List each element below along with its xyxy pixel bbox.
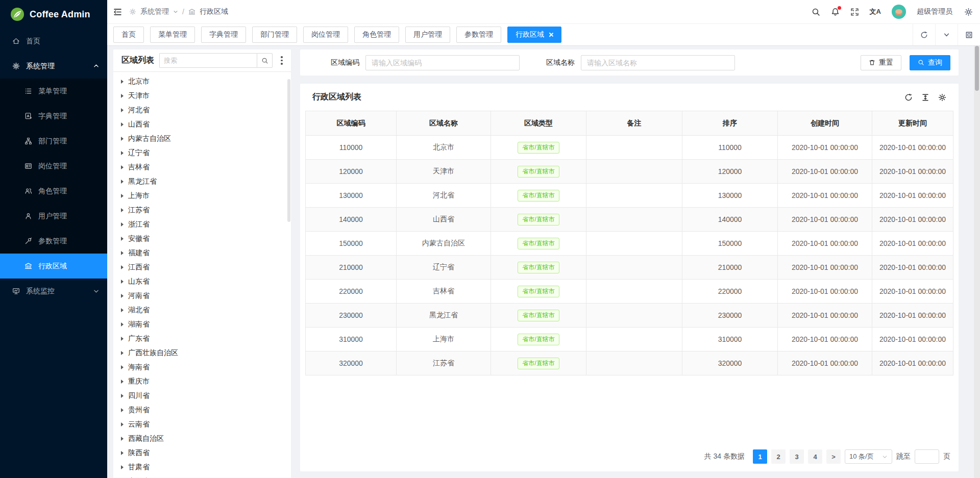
- tab[interactable]: 首页: [113, 27, 144, 43]
- page-button[interactable]: 2: [771, 449, 786, 464]
- tree-item[interactable]: 福建省: [113, 246, 291, 260]
- tab[interactable]: 部门管理: [252, 27, 297, 43]
- table-row[interactable]: 210000 辽宁省 省市/直辖市 210000 2020-10-01 00:0…: [306, 256, 953, 280]
- tree-item[interactable]: 河北省: [113, 103, 291, 117]
- tree-item[interactable]: 重庆市: [113, 374, 291, 389]
- sidebar-item-user-mgmt[interactable]: 用户管理: [0, 204, 107, 229]
- tree-item[interactable]: 北京市: [113, 74, 291, 89]
- caret-right-icon[interactable]: [121, 94, 124, 98]
- caret-right-icon[interactable]: [121, 408, 124, 412]
- caret-right-icon[interactable]: [121, 465, 124, 469]
- tree-item[interactable]: 甘肃省: [113, 460, 291, 474]
- caret-right-icon[interactable]: [121, 265, 124, 269]
- kebab-menu-icon[interactable]: [278, 55, 286, 66]
- caret-right-icon[interactable]: [121, 237, 124, 241]
- tree-item[interactable]: 江西省: [113, 260, 291, 274]
- sidebar-item-region[interactable]: 行政区域: [0, 254, 107, 279]
- menu-fold-icon[interactable]: [113, 8, 122, 16]
- tab[interactable]: 菜单管理: [150, 27, 195, 43]
- caret-right-icon[interactable]: [121, 394, 124, 398]
- refresh-icon[interactable]: [904, 93, 913, 102]
- page-size-select[interactable]: 10 条/页: [845, 449, 892, 464]
- tree-item[interactable]: 江苏省: [113, 203, 291, 217]
- table-row[interactable]: 230000 黑龙江省 省市/直辖市 230000 2020-10-01 00:…: [306, 304, 953, 328]
- tree-item[interactable]: 西藏自治区: [113, 432, 291, 446]
- search-button[interactable]: 查询: [910, 55, 950, 70]
- search-icon[interactable]: [812, 8, 820, 16]
- tree-item[interactable]: 湖南省: [113, 317, 291, 332]
- scrollbar-thumb[interactable]: [975, 46, 979, 91]
- tab[interactable]: 行政区域: [507, 27, 561, 43]
- sidebar-item-system[interactable]: 系统管理: [0, 54, 107, 79]
- avatar[interactable]: [892, 5, 906, 19]
- sidebar-item-menu-mgmt[interactable]: 菜单管理: [0, 79, 107, 104]
- tab[interactable]: 角色管理: [354, 27, 399, 43]
- caret-right-icon[interactable]: [121, 194, 124, 198]
- caret-right-icon[interactable]: [121, 280, 124, 284]
- caret-right-icon[interactable]: [121, 165, 124, 169]
- caret-right-icon[interactable]: [121, 451, 124, 455]
- maximize-icon[interactable]: [958, 24, 980, 45]
- tree-item[interactable]: 广东省: [113, 332, 291, 346]
- tree-item[interactable]: 四川省: [113, 389, 291, 403]
- tree-scrollbar[interactable]: [287, 79, 290, 222]
- tree-item[interactable]: 广西壮族自治区: [113, 346, 291, 360]
- caret-right-icon[interactable]: [121, 337, 124, 341]
- tab[interactable]: 用户管理: [405, 27, 450, 43]
- settings-gear-icon[interactable]: [964, 8, 973, 16]
- breadcrumb-parent[interactable]: 系统管理: [140, 7, 169, 16]
- reset-button[interactable]: 重置: [861, 55, 901, 70]
- caret-right-icon[interactable]: [121, 251, 124, 255]
- tree-search-button[interactable]: [257, 53, 273, 68]
- username[interactable]: 超级管理员: [917, 7, 952, 16]
- tab[interactable]: 岗位管理: [303, 27, 348, 43]
- caret-right-icon[interactable]: [121, 137, 124, 141]
- sidebar-item-param-mgmt[interactable]: 参数管理: [0, 229, 107, 254]
- tree-item[interactable]: 浙江省: [113, 217, 291, 232]
- gear-icon[interactable]: [938, 93, 946, 102]
- tree-item[interactable]: 辽宁省: [113, 146, 291, 160]
- tab-close-icon[interactable]: [548, 32, 553, 37]
- caret-right-icon[interactable]: [121, 365, 124, 369]
- caret-right-icon[interactable]: [121, 122, 124, 127]
- table-row[interactable]: 120000 天津市 省市/直辖市 120000 2020-10-01 00:0…: [306, 160, 953, 184]
- jump-input[interactable]: [915, 449, 939, 464]
- tree-item[interactable]: 河南省: [113, 289, 291, 303]
- tree-item[interactable]: 山西省: [113, 117, 291, 132]
- refresh-icon[interactable]: [913, 24, 935, 45]
- tree-item[interactable]: 黑龙江省: [113, 174, 291, 189]
- sidebar-item-home[interactable]: 首页: [0, 29, 107, 54]
- table-row[interactable]: 150000 内蒙古自治区 省市/直辖市 150000 2020-10-01 0…: [306, 232, 953, 256]
- caret-right-icon[interactable]: [121, 380, 124, 384]
- table-row[interactable]: 130000 河北省 省市/直辖市 130000 2020-10-01 00:0…: [306, 184, 953, 208]
- tree-item[interactable]: 内蒙古自治区: [113, 132, 291, 146]
- tree-item[interactable]: 吉林省: [113, 160, 291, 174]
- sidebar-item-post-mgmt[interactable]: 岗位管理: [0, 154, 107, 179]
- table-row[interactable]: 110000 北京市 省市/直辖市 110000 2020-10-01 00:0…: [306, 136, 953, 160]
- tab[interactable]: 参数管理: [456, 27, 501, 43]
- table-row[interactable]: 220000 吉林省 省市/直辖市 220000 2020-10-01 00:0…: [306, 280, 953, 304]
- tree-item[interactable]: 上海市: [113, 189, 291, 203]
- caret-right-icon[interactable]: [121, 437, 124, 441]
- notification-bell-icon[interactable]: [831, 8, 840, 16]
- tree-item[interactable]: 青海省: [113, 474, 291, 478]
- tree-item[interactable]: 湖北省: [113, 303, 291, 317]
- tree-item[interactable]: 贵州省: [113, 403, 291, 417]
- next-page-button[interactable]: >: [826, 449, 841, 464]
- translate-icon[interactable]: 文A: [870, 7, 881, 16]
- chevron-down-icon[interactable]: [935, 24, 958, 45]
- density-icon[interactable]: [921, 93, 929, 102]
- caret-right-icon[interactable]: [121, 151, 124, 155]
- caret-right-icon[interactable]: [121, 108, 124, 112]
- page-button[interactable]: 1: [753, 449, 767, 464]
- page-scrollbar[interactable]: [974, 46, 980, 478]
- table-row[interactable]: 320000 江苏省 省市/直辖市 320000 2020-10-01 00:0…: [306, 351, 953, 375]
- caret-right-icon[interactable]: [121, 322, 124, 326]
- region-code-input[interactable]: [365, 55, 520, 70]
- sidebar-item-dept-mgmt[interactable]: 部门管理: [0, 129, 107, 154]
- page-button[interactable]: 3: [790, 449, 804, 464]
- table-row[interactable]: 140000 山西省 省市/直辖市 140000 2020-10-01 00:0…: [306, 208, 953, 232]
- page-button[interactable]: 4: [808, 449, 822, 464]
- caret-right-icon[interactable]: [121, 180, 124, 184]
- tab[interactable]: 字典管理: [201, 27, 246, 43]
